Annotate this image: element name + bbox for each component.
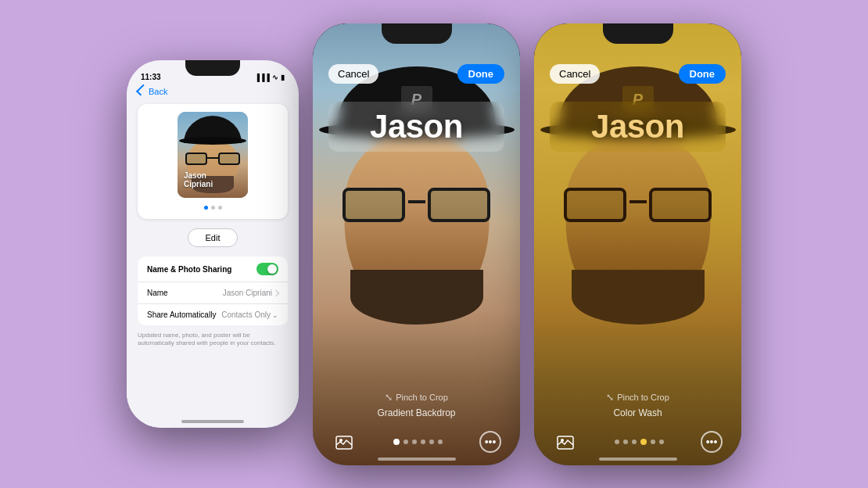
settings-section: Name & Photo Sharing Name Jason Cipriani… — [138, 257, 288, 325]
gallery-icon-3[interactable] — [553, 429, 578, 454]
style-dot-6[interactable] — [438, 440, 443, 444]
cancel-button-3[interactable]: Cancel — [550, 64, 600, 84]
contacts-only-chevron: ⌄ — [272, 311, 278, 319]
contact-photo: Jason Cipriani — [178, 112, 248, 198]
status-icons: ▐▐▐ ∿ ▮ — [255, 74, 285, 81]
style-dot3-6[interactable] — [659, 440, 664, 444]
dot-1 — [204, 206, 208, 210]
page-dots — [204, 206, 222, 210]
style-dot3-1[interactable] — [615, 440, 619, 444]
more-button-2[interactable]: ••• — [479, 431, 501, 453]
poster-name-text-2: Jason — [370, 108, 463, 145]
style-dot-3[interactable] — [412, 440, 417, 444]
style-dots-2 — [393, 439, 443, 445]
back-button[interactable]: Back — [138, 86, 167, 96]
share-auto-row[interactable]: Share Automatically Contacts Only ⌄ — [138, 304, 288, 325]
done-button-2[interactable]: Done — [457, 64, 505, 84]
poster-name-3: Jason — [550, 102, 726, 152]
backdrop-label-3: Color Wash — [534, 407, 741, 418]
settings-note: Updated name, photo, and poster will be … — [127, 328, 299, 354]
wifi-icon: ∿ — [272, 74, 278, 81]
more-button-3[interactable]: ••• — [701, 431, 723, 453]
style-dot-5[interactable] — [429, 440, 434, 444]
notch-1 — [185, 60, 240, 76]
phone-1: 11:33 ▐▐▐ ∿ ▮ Back — [127, 60, 299, 428]
share-value: Contacts Only — [221, 310, 271, 319]
time-display: 11:33 — [141, 73, 161, 81]
sharing-toggle[interactable] — [256, 263, 278, 275]
style-dot-1[interactable] — [393, 439, 400, 445]
glasses-bridge-3 — [629, 200, 647, 203]
nav-bar: Back — [127, 84, 299, 101]
share-value-container: Contacts Only ⌄ — [221, 310, 278, 319]
edit-btn-container: Edit — [127, 222, 299, 253]
gallery-icon-2[interactable] — [332, 429, 357, 454]
name-label: Name — [147, 289, 168, 297]
battery-icon: ▮ — [281, 74, 285, 81]
pinch-to-crop-3: ⤡ Pinch to Crop — [534, 392, 741, 403]
poster-toolbar-2: ••• — [313, 429, 520, 454]
beard-2 — [350, 270, 483, 325]
poster-name-2: Jason — [328, 102, 504, 152]
cancel-button-2[interactable]: Cancel — [328, 64, 378, 84]
signal-icon: ▐▐▐ — [255, 74, 270, 81]
back-label: Back — [149, 87, 167, 96]
backdrop-label-2: Gradient Backdrop — [313, 407, 520, 418]
beard-3 — [572, 270, 705, 325]
home-indicator-3 — [599, 458, 677, 461]
dot-2 — [211, 206, 215, 210]
style-dots-3 — [615, 439, 664, 445]
contact-name-overlay: Jason Cipriani — [181, 171, 245, 188]
poster-toolbar-3: ••• — [534, 429, 741, 454]
dot-3 — [218, 206, 222, 210]
style-dot3-5[interactable] — [651, 440, 655, 444]
home-indicator-2 — [378, 458, 456, 461]
crop-icon-3: ⤡ — [606, 392, 614, 403]
style-dot3-2[interactable] — [623, 440, 628, 444]
phone-3-screen: P Cancel Done Jason ⤡ Pinch to Crop Colo… — [534, 23, 741, 465]
style-dot3-4[interactable] — [640, 439, 647, 445]
name-value-container: Jason Cipriani — [223, 289, 278, 297]
pinch-to-crop-2: ⤡ Pinch to Crop — [313, 392, 520, 403]
contact-card: Jason Cipriani — [138, 104, 288, 219]
glasses-left-2 — [343, 188, 405, 222]
back-chevron-icon — [136, 84, 148, 96]
chevron-right-icon — [273, 289, 279, 296]
glasses-right-2 — [428, 188, 490, 222]
glasses-left-3 — [564, 188, 626, 222]
home-indicator-1 — [181, 420, 244, 423]
name-row[interactable]: Name Jason Cipriani — [138, 282, 288, 304]
name-photo-label: Name & Photo Sharing — [147, 265, 231, 274]
poster-header-2: Cancel Done — [313, 23, 520, 93]
phone-2-screen: P Cancel Done Jason ⤡ Pinch to Crop Grad… — [313, 23, 520, 465]
glasses-right-3 — [649, 188, 712, 222]
poster-name-text-3: Jason — [591, 108, 684, 145]
style-dot3-3[interactable] — [632, 440, 637, 444]
style-dot-4[interactable] — [421, 440, 425, 444]
share-auto-label: Share Automatically — [147, 310, 216, 319]
name-value: Jason Cipriani — [223, 289, 272, 297]
more-dots-icon-3: ••• — [706, 436, 718, 448]
name-photo-sharing-row[interactable]: Name & Photo Sharing — [138, 257, 288, 282]
poster-header-3: Cancel Done — [534, 23, 741, 93]
style-dot-2[interactable] — [404, 440, 408, 444]
crop-icon-2: ⤡ — [385, 392, 393, 403]
done-button-3[interactable]: Done — [679, 64, 726, 84]
phone-3: P Cancel Done Jason ⤡ Pinch to Crop Colo… — [534, 23, 741, 465]
more-dots-icon-2: ••• — [485, 436, 497, 448]
phone-2: P Cancel Done Jason ⤡ Pinch to Crop Grad… — [313, 23, 520, 465]
edit-button[interactable]: Edit — [188, 228, 239, 247]
glasses-bridge-2 — [408, 200, 425, 203]
